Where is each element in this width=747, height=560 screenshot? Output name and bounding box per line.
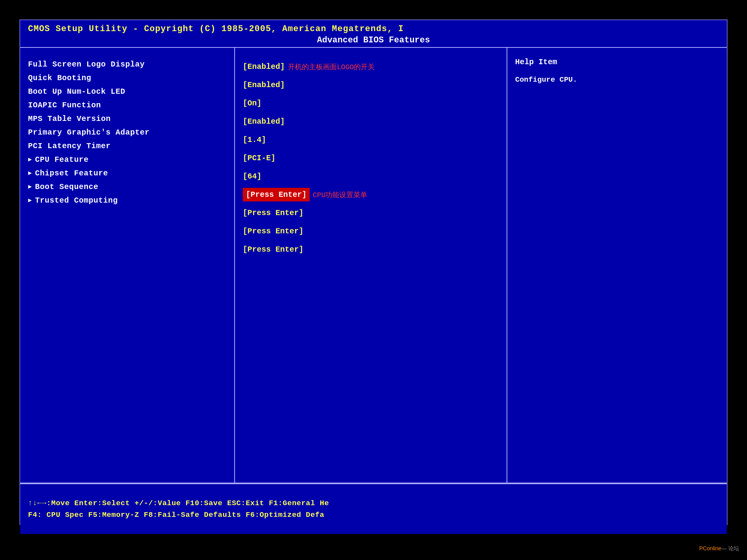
value-row-1: [Enabled] [243,76,499,94]
value-row-5: [PCI-E] [243,149,499,167]
menu-item-label: Trusted Computing [35,196,118,205]
menu-item-label: Chipset Feature [35,169,108,178]
menu-item-4[interactable]: MPS Table Version [28,112,226,126]
menu-item-label: Primary Graphic's Adapter [28,128,150,137]
value-item-5[interactable]: [PCI-E] [243,151,275,165]
menu-item-label: Boot Up Num-Lock LED [28,87,125,96]
menu-item-10[interactable]: ►Trusted Computing [28,194,226,207]
menu-item-2[interactable]: Boot Up Num-Lock LED [28,85,226,98]
bios-copyright: CMOS Setup Utility - Copyright (C) 1985-… [28,24,719,34]
value-row-3: [Enabled] [243,112,499,131]
annotation-7: CPU功能设置菜单 [313,190,367,200]
menu-item-label: Full Screen Logo Display [28,60,145,69]
menu-item-label: CPU Feature [35,155,89,164]
value-item-4[interactable]: [1.4] [243,133,266,147]
annotation-0: 开机的主板画面LOGO的开关 [288,62,375,72]
menu-labels-panel: Full Screen Logo DisplayQuick BootingBoo… [20,48,234,483]
value-row-7: [Press Enter]CPU功能设置菜单 [243,186,499,204]
watermark: PConline— 论坛 [699,545,739,552]
menu-item-9[interactable]: ►Boot Sequence [28,180,226,194]
value-item-3[interactable]: [Enabled] [243,115,285,128]
menu-item-label: PCI Latency Timer [28,142,111,150]
menu-item-label: Quick Booting [28,74,91,82]
menu-item-5[interactable]: Primary Graphic's Adapter [28,126,226,139]
status-line2: F4: CPU Spec F5:Memory-Z F8:Fail-Safe De… [28,511,719,519]
value-item-10[interactable]: [Press Enter] [243,243,303,256]
value-row-10: [Press Enter] [243,240,499,259]
help-panel: Help Item Configure CPU. [507,48,727,483]
menu-item-0[interactable]: Full Screen Logo Display [28,58,226,71]
bios-section-title: Advanced BIOS Features [28,35,719,45]
menu-item-1[interactable]: Quick Booting [28,71,226,85]
value-item-2[interactable]: [On] [243,96,261,110]
value-row-0: [Enabled]开机的主板画面LOGO的开关 [243,58,499,76]
menu-item-7[interactable]: ►CPU Feature [28,153,226,166]
value-item-6[interactable]: [64] [243,170,261,183]
value-item-8[interactable]: [Press Enter] [243,206,303,220]
value-item-7[interactable]: [Press Enter] [243,188,310,201]
arrow-icon: ► [28,197,32,204]
value-row-6: [64] [243,167,499,186]
value-row-4: [1.4] [243,131,499,149]
menu-values-panel: [Enabled]开机的主板画面LOGO的开关[Enabled][On][Ena… [234,48,507,483]
arrow-icon: ► [28,156,32,163]
menu-item-6[interactable]: PCI Latency Timer [28,139,226,153]
status-bar: ↑↓←→:Move Enter:Select +/-/:Value F10:Sa… [20,483,727,534]
menu-item-label: MPS Table Version [28,114,111,123]
menu-item-label: IOAPIC Function [28,101,101,110]
status-line1: ↑↓←→:Move Enter:Select +/-/:Value F10:Sa… [28,499,719,508]
value-item-9[interactable]: [Press Enter] [243,224,303,238]
menu-item-3[interactable]: IOAPIC Function [28,98,226,112]
arrow-icon: ► [28,184,32,191]
value-item-1[interactable]: [Enabled] [243,78,285,92]
menu-item-8[interactable]: ►Chipset Feature [28,166,226,180]
value-row-9: [Press Enter] [243,222,499,240]
value-row-2: [On] [243,94,499,112]
value-row-8: [Press Enter] [243,204,499,222]
value-item-0[interactable]: [Enabled] [243,60,285,74]
help-content: Configure CPU. [515,74,719,86]
arrow-icon: ► [28,170,32,177]
menu-item-label: Boot Sequence [35,182,98,191]
help-title: Help Item [515,58,719,66]
